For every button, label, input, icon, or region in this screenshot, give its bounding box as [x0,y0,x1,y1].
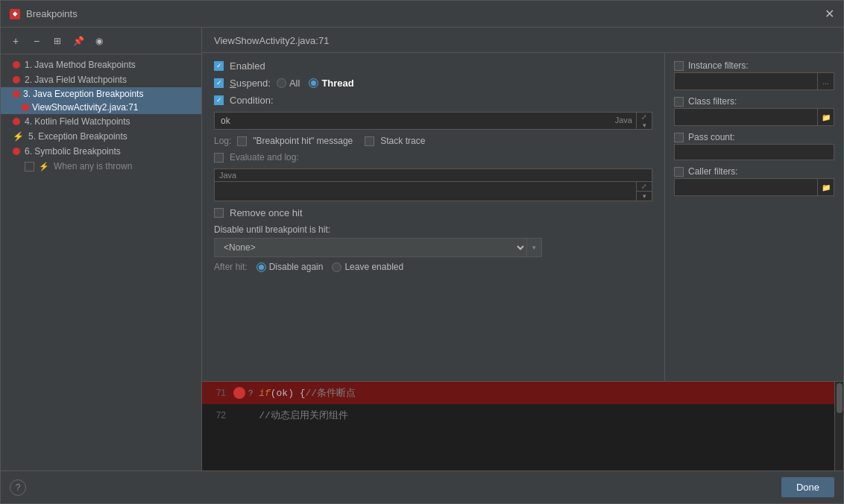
sidebar-item-java-field[interactable]: 2. Java Field Watchpoints [1,72,201,87]
log-stacktrace-checkbox[interactable] [365,136,374,146]
camera-button[interactable]: ◉ [90,32,108,50]
expand-icon[interactable]: ⤢ [637,113,652,121]
suspend-thread-radio[interactable] [309,78,318,88]
instance-filters-checkbox[interactable] [674,61,684,71]
category-label: 4. Kotlin Field Watchpoints [25,116,130,127]
done-button[interactable]: Done [781,477,834,497]
suspend-all-radio[interactable] [277,78,286,88]
left-settings: Enabled Suspend: All [202,53,664,381]
condition-lang-label: Java [615,116,632,125]
suspend-checkbox[interactable] [214,78,224,88]
chevron-down-icon: ▾ [526,239,541,256]
condition-checkbox[interactable] [214,95,224,105]
pin-button[interactable]: 📌 [69,32,87,50]
evaluate-expand-icon[interactable]: ⤢ [637,182,652,191]
any-thrown-label: When any is thrown [54,161,132,171]
leave-enabled-radio[interactable] [332,262,341,272]
sidebar-item-java-method[interactable]: 1. Java Method Breakpoints [1,57,201,72]
log-breakpoint-label: "Breakpoint hit" message [253,136,353,146]
sidebar-item-exception-bp[interactable]: ⚡ 5. Exception Breakpoints [1,129,201,144]
class-filters-input[interactable] [675,109,817,125]
suspend-thread-option[interactable]: Thread [309,78,353,89]
after-hit-disable-again[interactable]: Disable again [256,262,324,272]
code-parens: (ok) { [271,388,306,399]
instance-filters-input-row: ... [674,72,834,90]
line-number-71: 71 [208,388,226,398]
code-comment-72: //动态启用关闭组件 [259,410,348,421]
add-breakpoint-button[interactable]: + [7,32,25,50]
close-button[interactable]: ✕ [825,8,834,20]
class-filters-row: Class filters: [674,96,834,107]
any-thrown-checkbox[interactable] [25,162,34,171]
class-filters-label: Class filters: [688,96,737,107]
caller-filters-input-wrapper: 📁 [674,178,834,196]
sidebar-item-breakpoint-detail[interactable]: ViewShowActivity2.java:71 [1,101,201,114]
caller-filters-input-row: 📁 [674,178,834,196]
condition-input-actions: ⤢ ▾ [636,113,652,129]
group-button[interactable]: ⊞ [48,32,66,50]
help-button[interactable]: ? [10,479,26,496]
pass-count-checkbox[interactable] [674,133,684,142]
evaluate-lang-label: Java [219,171,236,180]
disable-again-radio[interactable] [256,262,266,272]
class-filters-checkbox[interactable] [674,97,684,107]
evaluate-input[interactable] [215,182,636,201]
remove-once-hit-label: Remove once hit [230,207,303,218]
remove-breakpoint-button[interactable]: − [28,32,45,50]
suspend-thread-label: Thread [321,78,353,89]
remove-once-hit-checkbox[interactable] [214,208,224,218]
enabled-row: Enabled [214,60,652,72]
evaluate-input-area: ⤢ ▾ [215,181,652,201]
disable-until-select[interactable]: <None> [215,239,526,256]
pass-count-row: Pass count: [674,132,834,142]
instance-filters-input[interactable] [675,73,817,89]
after-hit-label: After hit: [214,262,248,272]
caller-filters-checkbox[interactable] [674,167,684,177]
class-filters-section: Class filters: 📁 [674,96,834,126]
evaluate-input-btns: ⤢ ▾ [636,182,652,201]
red-dot-icon [13,90,20,98]
sidebar-item-symbolic-bp[interactable]: 6. Symbolic Breakpoints [1,144,201,159]
leave-enabled-label: Leave enabled [344,262,403,272]
disable-until-dropdown-wrapper: <None> ▾ [214,238,542,257]
condition-input[interactable] [215,113,636,129]
lightning-icon: ⚡ [13,131,24,142]
instance-filters-browse-btn[interactable]: ... [817,73,834,89]
category-label: 1. Java Method Breakpoints [25,60,136,70]
condition-input-wrapper: Java ⤢ ▾ [214,112,652,130]
breakpoint-file-title: ViewShowActivity2.java:71 [214,35,329,46]
main-content: + − ⊞ 📌 ◉ 1. Java Method Breakpoints 2. … [1,28,843,470]
enabled-checkbox[interactable] [214,61,224,71]
line-number-72: 72 [208,410,226,420]
sidebar-item-java-exception[interactable]: 3. Java Exception Breakpoints [1,87,201,101]
red-dot-icon [13,118,20,125]
title-bar: ◆ Breakpoints ✕ [1,1,843,28]
instance-filters-input-wrapper: ... [674,72,834,90]
code-scrollbar[interactable] [834,382,843,470]
category-label: 6. Symbolic Breakpoints [25,146,121,157]
code-content-71: if(ok) {//条件断点 [259,386,356,400]
breakpoint-list: 1. Java Method Breakpoints 2. Java Field… [1,54,201,470]
category-label: 2. Java Field Watchpoints [25,75,127,85]
app-icon: ◆ [10,9,20,19]
sub-item-any-thrown[interactable]: ⚡ When any is thrown [1,159,201,174]
scrollbar-thumb [837,383,843,413]
sidebar-item-kotlin-field[interactable]: 4. Kotlin Field Watchpoints [1,114,201,129]
evaluate-log-checkbox[interactable] [214,153,224,163]
code-content-72: //动态启用关闭组件 [259,409,348,422]
chevron-down-icon[interactable]: ▾ [637,121,652,129]
pass-count-label: Pass count: [688,132,735,142]
disable-until-row: Disable until breakpoint is hit: <None> … [214,224,652,257]
after-hit-leave-enabled[interactable]: Leave enabled [332,262,403,272]
pass-count-input[interactable] [674,144,834,160]
log-breakpoint-checkbox[interactable] [237,136,247,146]
suspend-all-option[interactable]: All [277,78,300,89]
after-hit-row: After hit: Disable again Leave enabled [214,262,652,272]
settings-columns: Enabled Suspend: All [202,53,843,381]
condition-input-row: Java ⤢ ▾ [214,112,652,130]
caller-filters-browse-btn[interactable]: 📁 [817,179,834,195]
caller-filters-input[interactable] [675,179,817,195]
category-label: 5. Exception Breakpoints [28,131,127,142]
class-filters-browse-btn[interactable]: 📁 [817,109,834,125]
evaluate-chevron-icon[interactable]: ▾ [637,191,652,201]
